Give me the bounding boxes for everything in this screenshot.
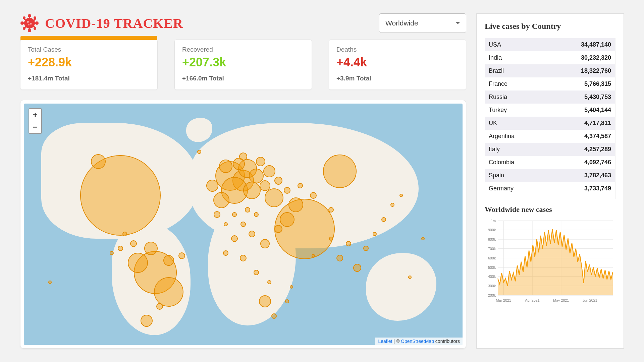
map-circle[interactable] [288,197,303,212]
country-cases: 30,232,320 [581,54,611,61]
table-row[interactable]: USA34,487,140 [485,38,615,51]
map-circle[interactable] [48,281,52,284]
map-panel: + − Leaflet | © OpenStreetMap contributo… [20,100,466,349]
table-row[interactable]: UK4,717,811 [485,117,615,130]
map-circle[interactable] [232,212,237,217]
map-circle[interactable] [128,253,148,273]
map-circle[interactable] [274,177,282,185]
svg-point-9 [23,16,25,19]
map-circle[interactable] [274,199,335,259]
map-circle[interactable] [245,207,250,213]
map-circle[interactable] [259,295,271,307]
map-circle[interactable] [156,303,163,310]
card-recovered[interactable]: Recovered +207.3k +166.0m Total [174,40,312,90]
map-circle[interactable] [310,192,317,199]
map-circle[interactable] [240,222,246,227]
map-circle[interactable] [353,264,361,272]
map-circle[interactable] [284,187,290,194]
card-total: +166.0m Total [182,75,304,82]
leaflet-link[interactable]: Leaflet [378,339,392,344]
map-circle[interactable] [80,155,161,236]
map-circle[interactable] [274,225,282,233]
map-circle[interactable] [213,192,229,208]
osm-link[interactable]: OpenStreetMap [401,339,434,344]
map-circle[interactable] [290,285,293,289]
zoom-in-button[interactable]: + [29,109,41,121]
map-circle[interactable] [363,246,369,251]
table-row[interactable]: India30,232,320 [485,51,615,64]
table-row[interactable]: Germany3,733,749 [485,182,615,195]
map-circle[interactable] [243,182,261,199]
map-circle[interactable] [260,239,270,248]
card-total-cases[interactable]: Total Cases +228.9k +181.4m Total [20,40,158,90]
map-circle[interactable] [110,251,114,255]
svg-text:1m: 1m [491,219,496,223]
country-name: India [489,54,502,61]
map-circle[interactable] [399,194,403,197]
map-circle[interactable] [154,277,183,307]
map-circle[interactable] [312,254,315,257]
map-circle[interactable] [91,154,106,169]
map-circle[interactable] [323,155,357,188]
table-row[interactable]: Spain3,782,463 [485,169,615,182]
map-circle[interactable] [223,250,228,256]
country-name: France [489,80,507,87]
map-circle[interactable] [254,270,259,275]
svg-text:May 2021: May 2021 [553,298,569,302]
map-circle[interactable] [224,222,228,226]
map-circle[interactable] [130,240,137,247]
table-row[interactable]: Brazil18,322,760 [485,64,615,77]
map-circle[interactable] [254,212,259,217]
map-circle[interactable] [267,280,271,284]
map-circle[interactable] [144,242,158,255]
zoom-out-button[interactable]: − [29,121,41,133]
map-circle[interactable] [206,180,218,192]
map-circle[interactable] [263,165,275,177]
table-row[interactable]: Russia5,430,753 [485,90,615,104]
table-row[interactable]: France5,766,315 [485,77,615,90]
country-cases: 4,374,587 [584,133,611,140]
country-name: Turkey [489,107,507,114]
map-circle[interactable] [329,237,333,241]
country-cases: 34,487,140 [581,41,611,48]
map-circle[interactable] [163,255,174,266]
map-circle[interactable] [239,153,247,161]
map-circle[interactable] [381,217,386,222]
table-row[interactable]: Argentina4,374,587 [485,130,615,143]
map-circle[interactable] [249,231,255,237]
map-circle[interactable] [328,207,334,213]
map-circle[interactable] [298,183,303,188]
world-map[interactable]: + − Leaflet | © OpenStreetMap contributo… [24,104,463,345]
table-row[interactable]: Italy4,257,289 [485,143,615,156]
map-circle[interactable] [122,232,127,236]
map-circle[interactable] [118,246,123,251]
map-circle[interactable] [408,276,412,279]
country-list[interactable]: USA34,487,140India30,232,320Brazil18,322… [485,38,615,199]
map-circle[interactable] [197,150,201,154]
card-value: +207.3k [182,55,304,69]
map-circle[interactable] [390,203,394,207]
card-deaths[interactable]: Deaths +4.4k +3.9m Total [329,40,466,90]
map-circle[interactable] [346,241,351,246]
map-circle[interactable] [214,211,220,218]
map-circle[interactable] [265,188,283,207]
table-row[interactable]: Turkey5,404,144 [485,104,615,117]
map-circle[interactable] [240,255,247,261]
map-circle[interactable] [421,237,425,240]
map-circle[interactable] [280,212,294,227]
table-row[interactable]: Colombia4,092,746 [485,156,615,169]
map-circle[interactable] [336,255,343,261]
card-value: +4.4k [336,55,459,69]
chart-title: Worldwide new cases [485,205,615,214]
svg-rect-8 [34,22,36,24]
map-circle[interactable] [219,160,232,173]
map-circle[interactable] [178,252,185,259]
header: COVID-19 TRACKER Worldwide [20,13,466,33]
map-circle[interactable] [141,315,153,327]
map-circle[interactable] [231,235,238,242]
country-selector[interactable]: Worldwide [379,13,466,33]
map-circle[interactable] [373,232,377,236]
map-circle[interactable] [285,299,289,303]
map-circle[interactable] [271,313,277,319]
map-circle[interactable] [256,157,265,166]
